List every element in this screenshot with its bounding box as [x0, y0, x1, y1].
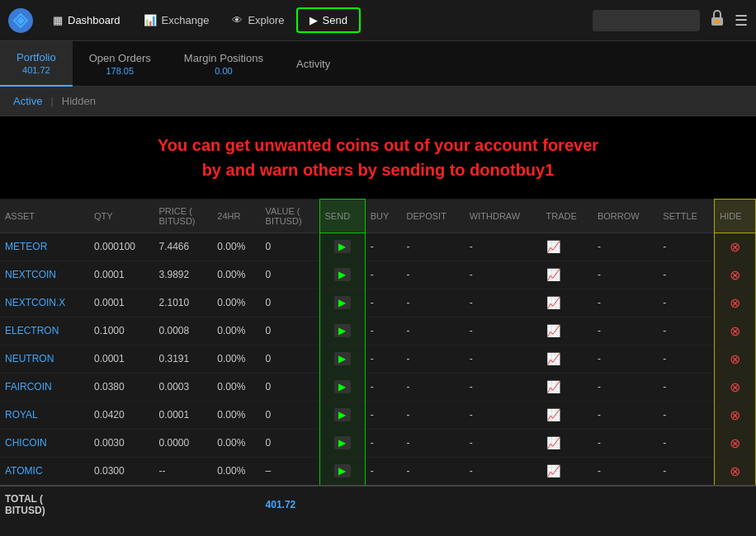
asset-send-5[interactable]: ▶	[319, 373, 365, 401]
trade-chart-icon-0[interactable]: 📈	[546, 240, 560, 253]
trade-chart-icon-5[interactable]: 📈	[546, 380, 560, 393]
hide-close-icon-8[interactable]: ⊗	[730, 464, 740, 478]
send-arrow-icon-4[interactable]: ▶	[334, 352, 351, 365]
lock-icon[interactable]	[708, 8, 726, 32]
filter-active[interactable]: Active	[13, 95, 42, 107]
asset-send-4[interactable]: ▶	[319, 345, 365, 373]
hide-close-icon-6[interactable]: ⊗	[730, 408, 740, 422]
total-label: TOTAL (BITUSD)	[0, 486, 154, 523]
asset-borrow-5: -	[593, 373, 658, 401]
asset-borrow-1: -	[593, 261, 658, 289]
asset-name-1[interactable]: NEXTCOIN	[0, 261, 89, 289]
send-arrow-icon-2[interactable]: ▶	[334, 296, 351, 309]
top-nav: ▦ Dashboard 📊 Exchange 👁 Explore ▶ Send …	[0, 0, 756, 41]
asset-hide-6[interactable]: ⊗	[715, 401, 756, 429]
table-row: NEXTCOIN 0.0001 3.9892 0.00% 0 ▶ - - - 📈…	[0, 261, 756, 289]
table-row: NEXTCOIN.X 0.0001 2.1010 0.00% 0 ▶ - - -…	[0, 289, 756, 317]
asset-send-2[interactable]: ▶	[319, 289, 365, 317]
tab-activity[interactable]: Activity	[280, 41, 347, 87]
trade-chart-icon-7[interactable]: 📈	[546, 436, 560, 449]
asset-hide-2[interactable]: ⊗	[715, 289, 756, 317]
asset-change-8: 0.00%	[212, 457, 260, 486]
asset-price-8: --	[154, 457, 212, 486]
nav-dashboard[interactable]: ▦ Dashboard	[41, 9, 132, 31]
table-row: NEUTRON 0.0001 0.3191 0.00% 0 ▶ - - - 📈 …	[0, 345, 756, 373]
asset-buy-2: -	[365, 289, 401, 317]
send-arrow-icon-5[interactable]: ▶	[334, 380, 351, 393]
hide-close-icon-4[interactable]: ⊗	[730, 352, 740, 366]
asset-name-3[interactable]: ELECTRON	[0, 317, 89, 345]
trade-chart-icon-1[interactable]: 📈	[546, 268, 560, 281]
col-deposit: DEPOSIT	[402, 200, 465, 233]
asset-name-0[interactable]: METEOR	[0, 233, 89, 261]
asset-trade-1[interactable]: 📈	[541, 261, 593, 289]
asset-send-0[interactable]: ▶	[319, 233, 365, 261]
hide-close-icon-1[interactable]: ⊗	[730, 268, 740, 282]
asset-settle-4: -	[658, 345, 714, 373]
asset-send-6[interactable]: ▶	[319, 401, 365, 429]
trade-chart-icon-4[interactable]: 📈	[546, 352, 560, 365]
asset-hide-7[interactable]: ⊗	[715, 429, 756, 457]
asset-trade-3[interactable]: 📈	[541, 317, 593, 345]
nav-send[interactable]: ▶ Send	[296, 7, 361, 33]
filter-bar: Active | Hidden	[0, 87, 756, 116]
asset-trade-8[interactable]: 📈	[541, 457, 593, 486]
send-arrow-icon-0[interactable]: ▶	[334, 240, 351, 253]
trade-chart-icon-3[interactable]: 📈	[546, 324, 560, 337]
tab-open-orders-label: Open Orders	[89, 52, 151, 64]
send-arrow-icon-6[interactable]: ▶	[334, 408, 351, 421]
hide-close-icon-2[interactable]: ⊗	[730, 296, 740, 310]
tab-margin-positions[interactable]: Margin Positions 0.00	[168, 41, 280, 87]
asset-hide-1[interactable]: ⊗	[715, 261, 756, 289]
asset-name-8[interactable]: ATOMIC	[0, 457, 89, 486]
filter-hidden[interactable]: Hidden	[62, 95, 96, 107]
asset-trade-2[interactable]: 📈	[541, 289, 593, 317]
send-arrow-icon-8[interactable]: ▶	[334, 464, 351, 477]
tab-open-orders[interactable]: Open Orders 178.05	[73, 41, 168, 87]
asset-trade-6[interactable]: 📈	[541, 401, 593, 429]
asset-qty-1: 0.0001	[89, 261, 154, 289]
asset-trade-4[interactable]: 📈	[541, 345, 593, 373]
hide-close-icon-3[interactable]: ⊗	[730, 324, 740, 338]
asset-name-4[interactable]: NEUTRON	[0, 345, 89, 373]
trade-chart-icon-8[interactable]: 📈	[546, 464, 560, 477]
trade-chart-icon-2[interactable]: 📈	[546, 296, 560, 309]
nav-explore[interactable]: 👁 Explore	[220, 9, 295, 31]
nav-search-input[interactable]	[593, 10, 700, 31]
trade-chart-icon-6[interactable]: 📈	[546, 408, 560, 421]
asset-value-1: 0	[261, 261, 319, 289]
asset-trade-7[interactable]: 📈	[541, 429, 593, 457]
asset-send-1[interactable]: ▶	[319, 261, 365, 289]
asset-withdraw-3: -	[465, 317, 541, 345]
asset-hide-4[interactable]: ⊗	[715, 345, 756, 373]
col-borrow: BORROW	[593, 200, 658, 233]
asset-settle-6: -	[658, 401, 714, 429]
asset-name-5[interactable]: FAIRCOIN	[0, 373, 89, 401]
asset-price-5: 0.0003	[154, 373, 212, 401]
table-footer-row: TOTAL (BITUSD) 401.72	[0, 486, 756, 523]
asset-hide-5[interactable]: ⊗	[715, 373, 756, 401]
asset-hide-0[interactable]: ⊗	[715, 233, 756, 261]
send-arrow-icon-3[interactable]: ▶	[334, 324, 351, 337]
asset-send-8[interactable]: ▶	[319, 457, 365, 486]
asset-name-6[interactable]: ROYAL	[0, 401, 89, 429]
send-arrow-icon-1[interactable]: ▶	[334, 268, 351, 281]
hide-close-icon-0[interactable]: ⊗	[730, 240, 740, 254]
asset-settle-5: -	[658, 373, 714, 401]
hide-close-icon-5[interactable]: ⊗	[730, 380, 740, 394]
asset-trade-0[interactable]: 📈	[541, 233, 593, 261]
tab-portfolio-label: Portfolio	[17, 51, 56, 63]
asset-trade-5[interactable]: 📈	[541, 373, 593, 401]
menu-icon[interactable]: ☰	[735, 12, 748, 30]
send-arrow-icon-7[interactable]: ▶	[334, 436, 351, 449]
tab-bar: Portfolio 401.72 Open Orders 178.05 Marg…	[0, 41, 756, 87]
asset-hide-3[interactable]: ⊗	[715, 317, 756, 345]
nav-exchange[interactable]: 📊 Exchange	[132, 9, 221, 31]
hide-close-icon-7[interactable]: ⊗	[730, 436, 740, 450]
asset-hide-8[interactable]: ⊗	[715, 457, 756, 486]
asset-send-3[interactable]: ▶	[319, 317, 365, 345]
asset-name-2[interactable]: NEXTCOIN.X	[0, 289, 89, 317]
tab-portfolio[interactable]: Portfolio 401.72	[0, 41, 73, 87]
asset-name-7[interactable]: CHICOIN	[0, 429, 89, 457]
asset-send-7[interactable]: ▶	[319, 429, 365, 457]
